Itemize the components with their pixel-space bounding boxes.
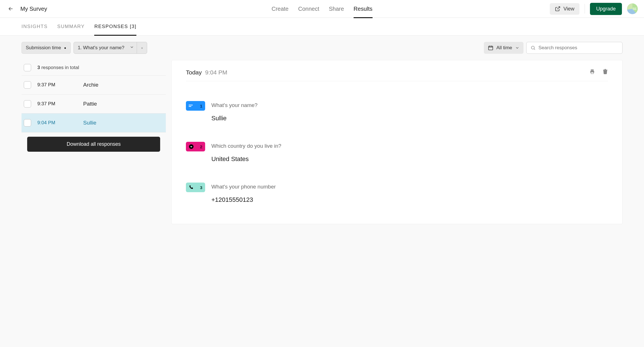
qa-block: 2 Which country do you live in? United S… bbox=[186, 142, 608, 163]
print-button[interactable] bbox=[589, 69, 595, 76]
phone-icon bbox=[189, 185, 193, 190]
question-number: 2 bbox=[200, 144, 202, 149]
chevron-down-icon bbox=[130, 45, 134, 51]
response-list: 3 responses in total 9:37 PM Archie 9:37… bbox=[22, 60, 166, 155]
search-box[interactable] bbox=[526, 42, 622, 54]
short-text-icon bbox=[189, 104, 193, 108]
question-select-label: 1. What's your name? bbox=[78, 45, 124, 51]
detail-header: Today 9:04 PM bbox=[186, 69, 608, 81]
external-link-icon bbox=[555, 6, 561, 12]
view-button[interactable]: View bbox=[550, 3, 579, 15]
sort-select[interactable]: Submission time ▲▼ bbox=[22, 42, 71, 54]
question-select[interactable]: 1. What's your name? ▲▼ bbox=[74, 42, 147, 54]
answer-text: United States bbox=[211, 155, 281, 163]
top-header: My Survey Create Connect Share Results V… bbox=[0, 0, 644, 18]
question-sort-toggle[interactable]: ▲▼ bbox=[137, 42, 147, 53]
question-badge: 1 bbox=[186, 101, 205, 111]
divider bbox=[585, 4, 585, 14]
response-row[interactable]: 9:04 PM Sullie bbox=[22, 113, 166, 132]
row-time: 9:04 PM bbox=[37, 120, 77, 126]
detail-actions bbox=[589, 69, 608, 76]
answer-text: Sullie bbox=[211, 115, 257, 122]
date-filter-label: All time bbox=[496, 45, 512, 51]
calendar-icon bbox=[488, 45, 493, 51]
row-name: Archie bbox=[83, 82, 98, 88]
sub-tabs: INSIGHTS SUMMARY RESPONSES [3] bbox=[0, 18, 644, 35]
responses-total-count: 3 bbox=[37, 65, 40, 70]
answer-text: +12015550123 bbox=[211, 196, 276, 204]
main-nav: Create Connect Share Results bbox=[272, 0, 373, 18]
question-text: What's your phone number bbox=[211, 184, 276, 190]
view-button-label: View bbox=[563, 6, 574, 12]
content-split: 3 responses in total 9:37 PM Archie 9:37… bbox=[22, 60, 622, 224]
question-text: Which country do you live in? bbox=[211, 143, 281, 149]
chevron-down-icon bbox=[515, 46, 520, 50]
qa-block: 1 What's your name? Sullie bbox=[186, 101, 608, 122]
row-checkbox[interactable] bbox=[24, 81, 31, 89]
sort-arrows-icon: ▲▼ bbox=[64, 48, 66, 48]
date-filter[interactable]: All time bbox=[484, 42, 523, 54]
svg-rect-0 bbox=[489, 46, 493, 50]
question-badge: 2 bbox=[186, 142, 205, 151]
row-time: 9:37 PM bbox=[37, 101, 77, 107]
nav-connect[interactable]: Connect bbox=[298, 0, 319, 18]
row-checkbox[interactable] bbox=[24, 119, 31, 127]
print-icon bbox=[589, 69, 595, 74]
response-list-header: 3 responses in total bbox=[22, 60, 166, 76]
qa-block: 3 What's your phone number +12015550123 bbox=[186, 183, 608, 204]
survey-title: My Survey bbox=[20, 6, 47, 12]
tab-summary[interactable]: SUMMARY bbox=[57, 18, 85, 35]
question-text: What's your name? bbox=[211, 102, 257, 108]
sort-select-label: Submission time bbox=[26, 45, 61, 51]
download-all-button[interactable]: Download all responses bbox=[27, 137, 160, 152]
select-all-checkbox[interactable] bbox=[24, 64, 31, 71]
tab-responses[interactable]: RESPONSES [3] bbox=[94, 18, 136, 35]
svg-rect-7 bbox=[189, 105, 193, 105]
row-checkbox[interactable] bbox=[24, 100, 31, 108]
arrow-left-icon bbox=[8, 6, 14, 12]
back-button[interactable] bbox=[6, 4, 15, 13]
response-detail: Today 9:04 PM 1 bbox=[171, 60, 622, 224]
body-area: Submission time ▲▼ 1. What's your name? … bbox=[0, 36, 644, 347]
delete-button[interactable] bbox=[602, 69, 608, 76]
question-number: 1 bbox=[200, 104, 202, 108]
nav-share[interactable]: Share bbox=[329, 0, 344, 18]
svg-rect-6 bbox=[605, 69, 606, 70]
avatar-initials: SE bbox=[632, 7, 637, 10]
svg-rect-4 bbox=[591, 72, 593, 74]
upgrade-button[interactable]: Upgrade bbox=[590, 3, 622, 15]
search-icon bbox=[531, 45, 536, 50]
detail-date: Today bbox=[186, 69, 202, 76]
svg-rect-8 bbox=[189, 106, 191, 107]
responses-total: 3 responses in total bbox=[37, 65, 79, 70]
row-name: Sullie bbox=[83, 120, 96, 126]
tab-insights[interactable]: INSIGHTS bbox=[22, 18, 48, 35]
row-time: 9:37 PM bbox=[37, 82, 77, 88]
row-name: Pattie bbox=[83, 101, 97, 107]
sort-arrows-icon: ▲▼ bbox=[141, 48, 143, 48]
question-number: 3 bbox=[200, 185, 202, 190]
svg-rect-5 bbox=[603, 70, 607, 70]
nav-create[interactable]: Create bbox=[272, 0, 289, 18]
svg-point-1 bbox=[531, 46, 534, 49]
search-input[interactable] bbox=[538, 45, 618, 51]
dropdown-icon bbox=[189, 144, 194, 149]
svg-rect-2 bbox=[591, 70, 594, 71]
header-right: View Upgrade SE bbox=[550, 3, 638, 15]
responses-total-suffix: responses in total bbox=[41, 65, 79, 70]
nav-results[interactable]: Results bbox=[354, 0, 373, 18]
question-badge: 3 bbox=[186, 183, 205, 192]
sub-tabs-wrap: INSIGHTS SUMMARY RESPONSES [3] bbox=[0, 18, 644, 36]
response-row[interactable]: 9:37 PM Pattie bbox=[22, 95, 166, 113]
filter-bar: Submission time ▲▼ 1. What's your name? … bbox=[22, 42, 622, 54]
detail-time: 9:04 PM bbox=[205, 69, 227, 76]
response-row[interactable]: 9:37 PM Archie bbox=[22, 76, 166, 95]
trash-icon bbox=[602, 69, 608, 74]
avatar[interactable]: SE bbox=[627, 3, 638, 14]
